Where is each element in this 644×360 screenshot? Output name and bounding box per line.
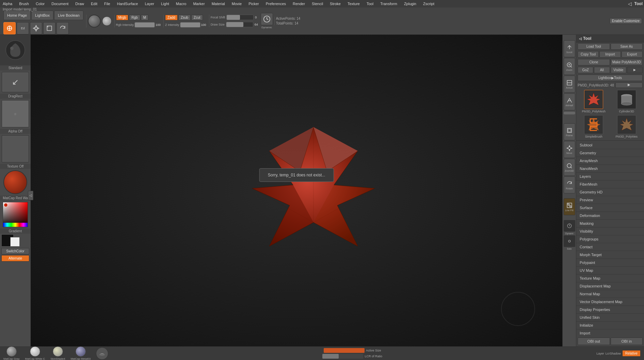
menu-layers[interactable]: Layers [576, 173, 644, 181]
active-size-bar[interactable] [324, 348, 365, 353]
menu-arraymesh[interactable]: ArrayMesh [576, 157, 644, 165]
menu-color[interactable]: Color [34, 1, 46, 6]
dynamic-button[interactable] [261, 13, 273, 25]
line-fill-button[interactable]: Line Fill [564, 198, 575, 215]
rotate-button[interactable] [57, 22, 69, 34]
zsub-button[interactable]: Zsub [178, 15, 191, 20]
menu-file[interactable]: File [103, 1, 112, 6]
menu-macro[interactable]: Macro [175, 1, 188, 6]
edit-button[interactable]: Ed [17, 22, 29, 34]
menu-document[interactable]: Document [50, 1, 70, 6]
menu-picker[interactable]: Picker [247, 1, 260, 6]
obi-in-button[interactable]: OBI in [611, 338, 643, 345]
rotate3d-button[interactable]: Rotate [564, 176, 575, 193]
scroll-button[interactable]: Scroll [564, 40, 575, 57]
focal-shift-slider[interactable] [226, 15, 254, 20]
scale-button[interactable] [43, 22, 55, 34]
color-picker[interactable] [3, 202, 28, 227]
lcr-ratio-bar[interactable] [322, 354, 363, 359]
menu-stroke[interactable]: Stroke [328, 1, 342, 6]
mesh-item-pm3d-polymesh[interactable]: PM3D_PolyMesh [578, 89, 610, 114]
matcap-white-thumb[interactable]: MatCap White C [25, 346, 45, 360]
alternate-button[interactable]: Alternate [1, 255, 29, 262]
live-boolean-button[interactable]: Live Boolean [54, 11, 83, 20]
menu-unified-skin[interactable]: Unified Skin [576, 314, 644, 322]
menu-visibility[interactable]: Visibility [576, 228, 644, 235]
draw-size-slider[interactable] [226, 22, 253, 27]
menu-texture-map[interactable]: Texture Map [576, 275, 644, 282]
menu-tool[interactable]: Tool [365, 1, 375, 6]
rgb-button[interactable]: Rgb [129, 15, 140, 20]
solo-button[interactable] [564, 235, 575, 247]
menu-geometry-hd[interactable]: Geometry HD [576, 188, 644, 196]
canvas-area[interactable]: Sorry, temp_01 does not exist... [31, 35, 562, 346]
menu-uv-map[interactable]: UV Map [576, 267, 644, 275]
material-sphere[interactable] [88, 15, 101, 28]
texture-box[interactable] [2, 135, 29, 162]
copy-tool-button[interactable]: Copy Tool [578, 51, 599, 58]
floor-toggle-button[interactable] [96, 347, 108, 360]
menu-edit[interactable]: Edit [90, 1, 99, 6]
menu-zscript[interactable]: Zscript [422, 1, 436, 6]
menu-deformation[interactable]: Deformation [576, 212, 644, 220]
menu-preferences[interactable]: Preferences [264, 1, 287, 6]
clone-button[interactable]: Clone [578, 59, 610, 65]
all-button[interactable]: All [594, 67, 610, 73]
menu-light[interactable]: Light [160, 1, 171, 6]
menu-import[interactable]: Import [576, 329, 644, 336]
matcap-metal-thumb[interactable]: MatCap Metal03 [70, 346, 91, 360]
z-intensity-slider[interactable] [180, 22, 200, 28]
matcap-skin-thumb[interactable]: SkinShade4 [50, 346, 65, 360]
menu-masking[interactable]: Masking [576, 220, 644, 228]
zoom-button[interactable]: Zoom [564, 58, 575, 75]
menu-fibermesh[interactable]: FiberMesh [576, 181, 644, 188]
menu-hardsurface[interactable]: HardSurface [116, 1, 140, 6]
menu-texture[interactable]: Texture [346, 1, 361, 6]
goz-button[interactable]: GoZ [578, 67, 593, 73]
visible-button[interactable]: Visible [611, 67, 626, 73]
zcut-button[interactable]: Zcut [191, 15, 203, 20]
lightbox-button[interactable]: LightBox [31, 11, 53, 20]
menu-render[interactable]: Render [291, 1, 306, 6]
menu-initialize[interactable]: Initialize [576, 322, 644, 329]
actual-button[interactable]: Actual [564, 76, 575, 93]
menu-display-properties[interactable]: Display Properties [576, 306, 644, 314]
switch-color-button[interactable]: SwitchColor [1, 248, 29, 254]
mesh-item-cylinder3d[interactable]: Cylinder3D [611, 89, 643, 114]
menu-brush[interactable]: Brush [18, 1, 30, 6]
draw-mode-button[interactable] [3, 22, 16, 34]
menu-preview[interactable]: Preview [576, 196, 644, 204]
lightbox-expand-button[interactable]: ▶ [627, 67, 643, 73]
mesh-item-pm3d-polymes[interactable]: PM3D_PolyMes [611, 114, 643, 139]
menu-alpha[interactable]: Alpha [1, 1, 14, 6]
menu-nanomesh[interactable]: NanoMesh [576, 165, 644, 173]
menu-morph-target[interactable]: Morph Target [576, 251, 644, 259]
load-tool-button[interactable]: Load Tool [578, 43, 610, 50]
dynamic-small-button[interactable] [564, 220, 575, 232]
move-button[interactable] [30, 22, 42, 34]
home-page-button[interactable]: Home Page [3, 11, 31, 20]
zoom3d-button[interactable]: Zoom3D [564, 159, 575, 176]
matcap-sphere[interactable] [3, 170, 27, 194]
menu-transform[interactable]: Transform [379, 1, 399, 6]
import-button[interactable]: Import [599, 51, 621, 58]
menu-movie[interactable]: Movie [230, 1, 243, 6]
menu-subtool[interactable]: Subtool [576, 141, 644, 149]
export-button[interactable]: Export [622, 51, 643, 58]
relative-button[interactable]: Relative [622, 350, 641, 357]
menu-geometry[interactable]: Geometry [576, 149, 644, 157]
move3d-button[interactable]: Move [564, 141, 575, 158]
alpha-box[interactable]: α [2, 100, 29, 127]
menu-polygroups[interactable]: Polygroups [576, 235, 644, 243]
m-button[interactable]: M [141, 15, 148, 20]
matcap-gray-thumb[interactable]: MatCap Gray [3, 346, 20, 360]
obi-out-button[interactable]: OBI out [578, 338, 610, 345]
menu-draw[interactable]: Draw [74, 1, 85, 6]
menu-polypaint[interactable]: Polypaint [576, 259, 644, 267]
drag-rect-button[interactable]: ↙ [2, 72, 29, 92]
menu-displacement-map[interactable]: Displacement Map [576, 282, 644, 290]
floor-sphere[interactable] [102, 16, 112, 26]
menu-zplugin[interactable]: Zplugin [403, 1, 418, 6]
enable-customize-button[interactable]: Enable Customize [610, 18, 642, 24]
rgb-intensity-slider[interactable] [134, 22, 155, 28]
